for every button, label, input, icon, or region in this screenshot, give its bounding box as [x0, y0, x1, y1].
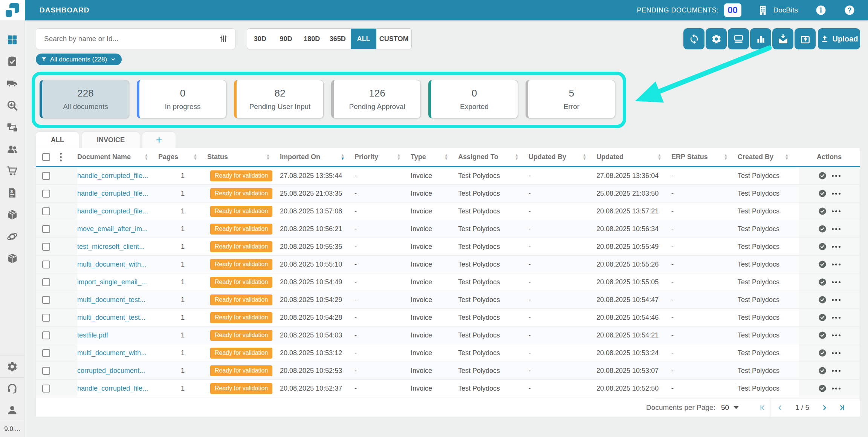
- row-more-actions-icon[interactable]: [832, 281, 840, 283]
- row-more-actions-icon[interactable]: [832, 264, 840, 265]
- time-filter-90d[interactable]: 90D: [273, 29, 299, 49]
- document-name-link[interactable]: import_single_email_...: [77, 278, 147, 286]
- next-page-icon[interactable]: [820, 403, 829, 412]
- column-header-type[interactable]: Type ▲▼: [411, 148, 458, 166]
- document-name-link[interactable]: handle_corrupted_file...: [77, 385, 148, 393]
- app-logo[interactable]: [0, 0, 25, 20]
- column-header-erp-status[interactable]: ERP Status ▲▼: [671, 148, 738, 166]
- sort-icon[interactable]: ▲▼: [397, 153, 411, 160]
- validate-action-icon[interactable]: [818, 207, 827, 216]
- tab-invoice[interactable]: INVOICE: [82, 132, 140, 148]
- refresh-button[interactable]: [683, 28, 704, 49]
- document-name-link[interactable]: multi_document_test...: [77, 314, 145, 322]
- sort-icon[interactable]: ▲▼: [266, 153, 280, 160]
- row-checkbox[interactable]: [42, 278, 50, 286]
- row-more-actions-icon[interactable]: [832, 317, 840, 319]
- sidebar-item-settings[interactable]: [6, 361, 18, 373]
- column-menu-icon[interactable]: [60, 153, 62, 161]
- filter-tune-icon[interactable]: [219, 34, 228, 44]
- document-name-link[interactable]: multi_document_test...: [77, 296, 145, 304]
- row-checkbox[interactable]: [42, 314, 50, 322]
- tab-all[interactable]: ALL: [36, 132, 79, 148]
- validate-action-icon[interactable]: [818, 295, 827, 304]
- document-name-link[interactable]: move_email_after_im...: [77, 225, 148, 233]
- sort-icon[interactable]: ▲▼: [144, 153, 158, 160]
- export-button[interactable]: [795, 28, 816, 49]
- column-header-assigned-to[interactable]: Assigned To ▲▼: [458, 148, 529, 166]
- sort-icon[interactable]: ▲▼: [193, 153, 207, 160]
- scan-button[interactable]: [728, 28, 749, 49]
- sidebar-item-profile[interactable]: [6, 404, 18, 416]
- row-checkbox[interactable]: [42, 261, 50, 268]
- first-page-icon[interactable]: [758, 403, 767, 412]
- row-more-actions-icon[interactable]: [832, 193, 840, 195]
- info-icon[interactable]: [815, 5, 827, 16]
- status-card-error[interactable]: 5 Error: [526, 80, 615, 118]
- sidebar-item-dashboard[interactable]: [6, 34, 18, 46]
- sidebar-item-analytics[interactable]: [6, 100, 18, 111]
- status-card-exported[interactable]: 0 Exported: [428, 80, 518, 118]
- column-header-updated-by[interactable]: Updated By ▲▼: [529, 148, 596, 166]
- time-filter-180d[interactable]: 180D: [299, 29, 325, 49]
- validate-action-icon[interactable]: [818, 313, 827, 322]
- stats-button[interactable]: [750, 28, 771, 49]
- column-header-document-name[interactable]: Document Name ▲▼: [77, 148, 158, 166]
- time-filter-30d[interactable]: 30D: [247, 29, 273, 49]
- row-checkbox[interactable]: [42, 385, 50, 393]
- document-name-link[interactable]: corrupted_document...: [77, 367, 145, 375]
- column-header-priority[interactable]: Priority ▲▼: [355, 148, 411, 166]
- document-name-link[interactable]: multi_document_with...: [77, 261, 147, 268]
- validate-action-icon[interactable]: [818, 348, 827, 357]
- time-filter-all[interactable]: ALL: [351, 29, 377, 49]
- sort-icon[interactable]: ▲▼: [657, 153, 671, 160]
- row-more-actions-icon[interactable]: [832, 246, 840, 248]
- row-checkbox[interactable]: [42, 367, 50, 375]
- column-header-actions[interactable]: Actions: [799, 148, 860, 166]
- row-checkbox[interactable]: [42, 207, 50, 215]
- validate-action-icon[interactable]: [818, 366, 827, 375]
- validate-action-icon[interactable]: [818, 224, 827, 233]
- row-more-actions-icon[interactable]: [832, 334, 840, 336]
- sidebar-item-shipping[interactable]: [6, 78, 18, 89]
- row-checkbox[interactable]: [42, 331, 50, 339]
- sort-icon[interactable]: ▲▼: [724, 153, 738, 160]
- row-checkbox[interactable]: [42, 172, 50, 180]
- upload-button[interactable]: Upload: [818, 28, 860, 49]
- sidebar-item-invoices[interactable]: $: [6, 187, 18, 199]
- row-checkbox[interactable]: [42, 296, 50, 304]
- per-page-value[interactable]: 50: [721, 403, 729, 412]
- sort-icon[interactable]: ▲▼: [582, 153, 596, 160]
- document-name-link[interactable]: test_microsoft_client...: [77, 243, 145, 251]
- document-name-link[interactable]: testfile.pdf: [77, 331, 108, 339]
- row-checkbox[interactable]: [42, 349, 50, 357]
- column-header-created-by[interactable]: Created By ▲▼: [738, 148, 799, 166]
- status-card-all-documents[interactable]: 228 All documents: [40, 80, 129, 118]
- column-header-status[interactable]: Status ▲▼: [207, 148, 280, 166]
- status-card-pending-approval[interactable]: 126 Pending Approval: [331, 80, 421, 118]
- column-header-updated[interactable]: Updated ▲▼: [596, 148, 671, 166]
- sort-icon[interactable]: ▲▼: [444, 153, 458, 160]
- row-checkbox[interactable]: [42, 243, 50, 251]
- add-tab-button[interactable]: +: [142, 132, 176, 148]
- sort-icon[interactable]: ▲▼: [785, 153, 799, 160]
- status-card-pending-user-input[interactable]: 82 Pending User Input: [234, 80, 324, 118]
- previous-page-icon[interactable]: [776, 403, 784, 412]
- sidebar-item-packages[interactable]: [6, 209, 18, 221]
- validate-action-icon[interactable]: [818, 260, 827, 269]
- sidebar-item-support[interactable]: [6, 383, 18, 394]
- sidebar-item-integrations[interactable]: [6, 231, 18, 242]
- help-icon[interactable]: ?: [844, 5, 855, 16]
- row-more-actions-icon[interactable]: [832, 352, 840, 354]
- mail-import-button[interactable]: [772, 28, 793, 49]
- document-name-link[interactable]: handle_corrupted_file...: [77, 172, 148, 180]
- row-more-actions-icon[interactable]: [832, 175, 840, 177]
- sidebar-item-inventory[interactable]: [6, 253, 18, 264]
- active-filter-pill[interactable]: All documents (228): [36, 54, 122, 65]
- sidebar-item-purchasing[interactable]: [6, 165, 18, 177]
- row-more-actions-icon[interactable]: [832, 388, 840, 389]
- row-checkbox[interactable]: [42, 190, 50, 198]
- select-all-checkbox[interactable]: [42, 153, 50, 161]
- sidebar-item-workflow[interactable]: [6, 121, 18, 133]
- row-more-actions-icon[interactable]: [832, 210, 840, 212]
- validate-action-icon[interactable]: [818, 171, 827, 180]
